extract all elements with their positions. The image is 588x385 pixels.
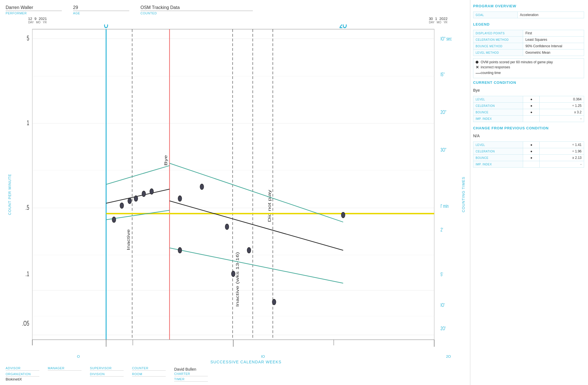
chart-wrapper: COUNT PER MINUTE bbox=[6, 24, 467, 364]
advisor-field: ADVISOR ORGANIZATION BiokinetiX bbox=[6, 366, 39, 382]
start-yr-label: YR bbox=[43, 21, 47, 24]
charter-value: David Bullen bbox=[174, 367, 208, 372]
x-axis-o: O bbox=[77, 354, 80, 359]
end-yr-label: YR bbox=[444, 21, 448, 24]
end-yr: 2022 bbox=[439, 17, 448, 21]
footer-row: ADVISOR ORGANIZATION BiokinetiX MANAGER … bbox=[6, 366, 467, 382]
x-axis-10: IO bbox=[261, 354, 265, 359]
level-method-value: Geometric Mean bbox=[523, 49, 584, 56]
counted-value: OSM Tracking Data bbox=[140, 5, 253, 11]
chart-date-row: 12 9 2021 DAY MO YR 30 1 2022 DAY MO YR bbox=[6, 17, 467, 24]
bounce-method-row: BOUNCE METHOD 90% Confidence Interval bbox=[473, 43, 584, 49]
start-date-values: 12 9 2021 bbox=[28, 17, 47, 21]
start-date: 12 9 2021 DAY MO YR bbox=[28, 17, 47, 24]
svg-text:IO': IO' bbox=[441, 302, 445, 308]
celeration-dot: ● bbox=[523, 103, 540, 109]
svg-text:Inactive: Inactive bbox=[126, 229, 130, 250]
bounce-label: BOUNCE bbox=[473, 109, 523, 116]
timer-label: TIMER bbox=[174, 377, 208, 382]
current-condition-name: Bye bbox=[473, 88, 584, 93]
svg-point-51 bbox=[200, 184, 204, 190]
svg-text:O: O bbox=[104, 24, 108, 30]
celeration-row: CELERATION ● ÷ 1.25 bbox=[473, 103, 584, 109]
counted-field: OSM Tracking Data COUNTED bbox=[140, 5, 253, 15]
legend-dash-item: — counting time bbox=[476, 70, 582, 75]
charter-field: David Bullen CHARTER TIMER bbox=[174, 366, 208, 382]
change-celeration-value: ÷ 1.96 bbox=[540, 148, 584, 155]
counted-label: COUNTED bbox=[140, 12, 253, 15]
svg-text:1: 1 bbox=[27, 119, 29, 127]
svg-point-57 bbox=[341, 212, 345, 218]
change-celeration-dot: ● bbox=[523, 148, 540, 155]
legend-x-icon: ✕ bbox=[476, 65, 478, 69]
charter-label: CHARTER bbox=[174, 372, 208, 376]
x-axis-labels: O IO 2O bbox=[35, 354, 457, 359]
svg-point-44 bbox=[112, 217, 116, 222]
x-axis-20: 2O bbox=[446, 354, 451, 359]
change-imp-dot bbox=[523, 161, 540, 168]
svg-text:2O: 2O bbox=[339, 24, 347, 30]
main-content: Darren Waller PERFORMER 29 AGE OSM Track… bbox=[0, 0, 470, 385]
manager-label: MANAGER bbox=[48, 366, 81, 371]
celeration-method-value: Least Squares bbox=[523, 37, 584, 43]
legend-box: OVM points scored per 60 minutes of game… bbox=[473, 58, 584, 78]
chart-svg-container: 5 1 .5 .1 .O5 O 2O IO" sec I5" bbox=[13, 24, 459, 354]
start-yr: 2021 bbox=[39, 17, 47, 21]
division-label: DIVISION bbox=[90, 372, 124, 377]
bounce-value: x 3.2 bbox=[540, 109, 584, 116]
advisor-label: ADVISOR bbox=[6, 366, 39, 371]
start-day: 12 bbox=[28, 17, 32, 21]
svg-text:.O5: .O5 bbox=[22, 319, 29, 327]
performer-value: Darren Waller bbox=[6, 5, 62, 11]
celeration-method-row: CELERATION METHOD Least Squares bbox=[473, 37, 584, 43]
svg-text:2O": 2O" bbox=[441, 109, 446, 115]
svg-text:5': 5' bbox=[441, 272, 443, 277]
svg-text:Bye: Bye bbox=[163, 155, 168, 165]
program-overview-title: PROGRAM OVERVIEW bbox=[473, 4, 584, 8]
svg-text:Did not play: Did not play bbox=[267, 190, 272, 222]
change-level-value: ÷ 1.41 bbox=[540, 142, 584, 148]
svg-point-47 bbox=[134, 196, 138, 201]
legend-dot-icon bbox=[476, 61, 478, 64]
organization-label: ORGANIZATION bbox=[6, 372, 39, 377]
age-field: 29 AGE bbox=[73, 5, 129, 15]
displayed-points-label: DISPLAYED POINTS bbox=[473, 30, 523, 37]
svg-text:.1: .1 bbox=[26, 270, 29, 278]
x-axis-container: O IO 2O SUCCESSIVE CALENDAR WEEKS bbox=[13, 354, 459, 364]
end-date-labels: DAY MO YR bbox=[429, 21, 448, 24]
displayed-points-value: First bbox=[523, 30, 584, 37]
change-stats-table: LEVEL ● ÷ 1.41 CELERATION ● ÷ 1.96 BOUNC… bbox=[473, 141, 584, 168]
chart-svg: 5 1 .5 .1 .O5 O 2O IO" sec I5" bbox=[13, 24, 459, 354]
goal-label: GOAL bbox=[473, 12, 518, 18]
change-imp-value: - bbox=[540, 161, 584, 168]
change-bounce-label: BOUNCE bbox=[473, 155, 523, 161]
level-method-row: LEVEL METHOD Geometric Mean bbox=[473, 49, 584, 56]
legend-dash-icon: — bbox=[476, 70, 478, 75]
change-imp-row: IMP. INDEX - bbox=[473, 161, 584, 168]
legend-dot-text: OVM points scored per 60 minutes of game… bbox=[481, 60, 553, 64]
svg-point-53 bbox=[247, 247, 251, 253]
legend-title: LEGEND bbox=[473, 22, 584, 26]
svg-text:I' min: I' min bbox=[441, 203, 449, 209]
celeration-method-label: CELERATION METHOD bbox=[473, 37, 523, 43]
bounce-method-label: BOUNCE METHOD bbox=[473, 43, 523, 49]
goal-row: GOAL Acceleration bbox=[473, 12, 584, 18]
start-day-label: DAY bbox=[28, 21, 34, 24]
level-dot: ● bbox=[523, 96, 540, 103]
svg-text:5: 5 bbox=[27, 35, 29, 42]
svg-text:2O': 2O' bbox=[441, 326, 446, 331]
legend-x-text: incorrect responses bbox=[481, 65, 510, 69]
change-bounce-dot: ● bbox=[523, 155, 540, 161]
legend-info-table: DISPLAYED POINTS First CELERATION METHOD… bbox=[473, 30, 584, 56]
level-label: LEVEL bbox=[473, 96, 523, 103]
age-label: AGE bbox=[73, 12, 129, 15]
level-value: 0.364 bbox=[540, 96, 584, 103]
change-level-row: LEVEL ● ÷ 1.41 bbox=[473, 142, 584, 148]
end-date: 30 1 2022 DAY MO YR bbox=[429, 17, 448, 24]
supervisor-label: SUPERVISOR bbox=[90, 366, 124, 371]
celeration-value: ÷ 1.25 bbox=[540, 103, 584, 109]
svg-text:3O": 3O" bbox=[441, 147, 446, 152]
change-level-dot: ● bbox=[523, 142, 540, 148]
end-day: 30 bbox=[429, 17, 433, 21]
goal-value: Acceleration bbox=[517, 12, 584, 18]
